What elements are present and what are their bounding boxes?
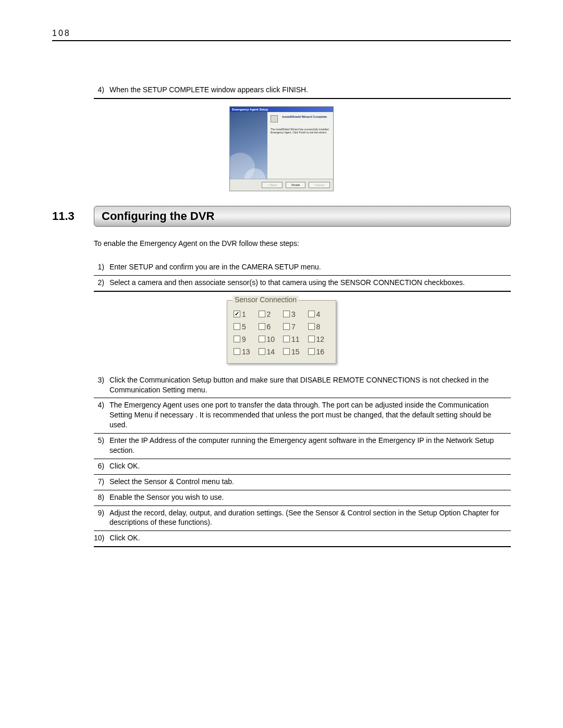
sensor-checkbox[interactable] — [259, 311, 265, 317]
sensor-label: 5 — [242, 323, 246, 331]
step-number: 8) — [94, 492, 109, 502]
section-title-bar: Configuring the DVR — [94, 206, 511, 227]
sensor-item: 13 — [234, 348, 255, 356]
wizard-footer: < Back Finish Cancel — [230, 179, 333, 191]
step-number: 7) — [94, 477, 109, 487]
sensor-item: 5 — [234, 323, 255, 331]
sensor-item: 16 — [308, 348, 330, 356]
sensor-item: 8 — [308, 323, 330, 331]
wizard-heading: InstallShield Wizard Complete — [282, 115, 327, 118]
cancel-button[interactable]: Cancel — [309, 182, 330, 188]
wizard-paragraph: The InstallShield Wizard has successfull… — [271, 128, 330, 134]
sensor-label: 3 — [291, 310, 296, 318]
wizard-titlebar: Emergency Agent Setup — [230, 107, 333, 112]
list-item: 3)Click the Communication Setup button a… — [94, 373, 511, 397]
step-number: 4) — [94, 400, 109, 430]
sensor-label: 4 — [316, 310, 321, 318]
divider — [94, 546, 511, 547]
list-item: 8)Enable the Sensor you wish to use. — [94, 490, 511, 504]
sensor-label: 13 — [242, 348, 250, 356]
step-number: 2) — [94, 278, 109, 288]
sensor-checkbox[interactable]: ✓ — [234, 311, 240, 317]
sensor-item: 15 — [283, 348, 305, 356]
page-number: 108 — [52, 29, 511, 38]
sensor-checkbox[interactable] — [283, 348, 290, 355]
list-item: 5)Enter the IP Address of the computer r… — [94, 434, 511, 458]
sensor-checkbox[interactable] — [283, 336, 290, 342]
sensor-label: 12 — [316, 335, 325, 343]
step-text: Enter SETUP and confirm you are in the C… — [109, 262, 511, 272]
sensor-checkbox[interactable] — [259, 336, 265, 342]
list-item: 2)Select a camera and then associate sen… — [94, 276, 511, 290]
step-number: 4) — [94, 85, 109, 95]
steps-block-b: 3)Click the Communication Setup button a… — [94, 373, 511, 548]
wizard-body: InstallShield Wizard Complete The Instal… — [230, 112, 333, 179]
sensor-checkbox[interactable] — [308, 336, 315, 342]
wizard-main: InstallShield Wizard Complete The Instal… — [267, 112, 333, 179]
sensor-item: 10 — [259, 335, 280, 343]
installer-icon — [271, 115, 278, 122]
step-number: 3) — [94, 375, 109, 395]
list-item: 10)Click OK. — [94, 531, 511, 545]
list-item: 4) When the SETUP COMPLETE window appear… — [94, 83, 511, 97]
sensor-item: 7 — [283, 323, 305, 331]
sensor-item: 12 — [308, 335, 330, 343]
step-text: When the SETUP COMPLETE window appears c… — [109, 85, 511, 95]
sensor-label: 11 — [291, 335, 300, 343]
sensor-label: 2 — [267, 310, 271, 318]
sensor-label: 10 — [267, 335, 275, 343]
header-rule — [52, 40, 511, 41]
sensor-checkbox[interactable] — [234, 323, 240, 330]
sensor-label: 9 — [242, 335, 246, 343]
sensor-item: 14 — [259, 348, 280, 356]
sensor-label: 1 — [242, 310, 246, 318]
step-text: Select a camera and then associate senso… — [109, 278, 511, 288]
step-number: 6) — [94, 461, 109, 471]
back-button[interactable]: < Back — [262, 182, 283, 188]
sensor-item: 11 — [283, 335, 305, 343]
steps-block-a: 1)Enter SETUP and confirm you are in the… — [94, 260, 511, 292]
step-number: 10) — [94, 533, 109, 543]
sensor-checkbox[interactable] — [283, 323, 290, 330]
step-text: Select the Sensor & Control menu tab. — [109, 477, 511, 487]
step-text: Click OK. — [109, 461, 511, 471]
list-item: 4)The Emergency Agent uses one port to t… — [94, 398, 511, 432]
list-item: 9)Adjust the record, delay, output, and … — [94, 506, 511, 530]
sensor-item: 6 — [259, 323, 280, 331]
sensor-checkbox[interactable] — [234, 336, 240, 342]
step-number: 5) — [94, 436, 109, 455]
intro-paragraph: To enable the Emergency Agent on the DVR… — [94, 239, 511, 248]
step-text: Adjust the record, delay, output, and du… — [109, 508, 511, 528]
sensor-label: 15 — [291, 348, 300, 356]
sensor-label: 8 — [316, 323, 321, 331]
section-heading: 11.3 Configuring the DVR — [52, 206, 511, 227]
sensor-item: 4 — [308, 310, 330, 318]
sensor-label: 16 — [316, 348, 325, 356]
sensor-checkbox[interactable] — [283, 311, 290, 317]
step-number: 9) — [94, 508, 109, 528]
sensor-legend: Sensor Connection — [232, 295, 299, 304]
sensor-checkbox[interactable] — [234, 348, 240, 355]
section-number: 11.3 — [52, 209, 94, 223]
sensor-figure: Sensor Connection ✓123456789101112131415… — [227, 300, 336, 364]
sensor-checkbox[interactable] — [308, 311, 315, 317]
step-text: Enable the Sensor you wish to use. — [109, 492, 511, 502]
divider — [94, 98, 511, 99]
sensor-groupbox: Sensor Connection ✓123456789101112131415… — [227, 300, 336, 364]
sensor-label: 14 — [267, 348, 275, 356]
step-number: 1) — [94, 262, 109, 272]
sensor-checkbox[interactable] — [259, 323, 265, 330]
sensor-label: 7 — [291, 323, 296, 331]
page: 108 4) When the SETUP COMPLETE window ap… — [0, 0, 563, 578]
sensor-checkbox[interactable] — [308, 323, 315, 330]
step-text: The Emergency Agent uses one port to tra… — [109, 400, 511, 430]
sensor-checkbox[interactable] — [259, 348, 265, 355]
sensor-item: 2 — [259, 310, 280, 318]
list-item: 1)Enter SETUP and confirm you are in the… — [94, 260, 511, 274]
sensor-item: 9 — [234, 335, 255, 343]
sensor-checkbox[interactable] — [308, 348, 315, 355]
step-text: Enter the IP Address of the computer run… — [109, 436, 511, 455]
top-step-block: 4) When the SETUP COMPLETE window appear… — [94, 83, 511, 99]
finish-button[interactable]: Finish — [286, 182, 305, 188]
wizard-figure: Emergency Agent Setup InstallShield Wiza… — [229, 106, 334, 191]
